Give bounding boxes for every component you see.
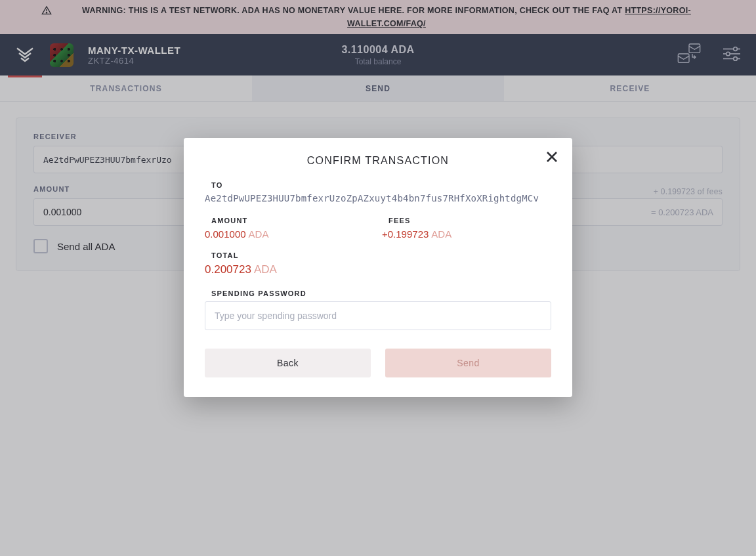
modal-amount-label: AMOUNT: [211, 217, 336, 225]
modal-fees-unit: ADA: [431, 228, 452, 240]
modal-overlay: CONFIRM TRANSACTION TO Ae2tdPwUPEZ3HUU7b…: [0, 0, 756, 556]
modal-amount-unit: ADA: [249, 228, 269, 240]
modal-to-label: TO: [211, 181, 551, 189]
modal-total-unit: ADA: [254, 263, 277, 276]
modal-title: CONFIRM TRANSACTION: [203, 155, 553, 167]
back-button[interactable]: Back: [205, 349, 371, 377]
modal-to-address: Ae2tdPwUPEZ3HUU7bmfexrUzoZpAZxuyt4b4bn7f…: [205, 193, 551, 203]
modal-fees-value: +0.199723ADA: [382, 228, 513, 240]
modal-fees-number: +0.199723: [382, 228, 429, 240]
modal-total-number: 0.200723: [205, 263, 251, 276]
modal-close-button[interactable]: [546, 150, 558, 167]
spending-password-input[interactable]: [205, 301, 551, 330]
confirm-transaction-modal: CONFIRM TRANSACTION TO Ae2tdPwUPEZ3HUU7b…: [184, 138, 572, 397]
modal-amount-number: 0.001000: [205, 228, 246, 240]
modal-total-value: 0.200723ADA: [205, 263, 551, 276]
modal-total-label: TOTAL: [211, 251, 551, 259]
close-icon: [546, 150, 558, 166]
spending-password-label: SPENDING PASSWORD: [211, 289, 551, 297]
send-button[interactable]: Send: [385, 349, 551, 377]
modal-amount-value: 0.001000ADA: [205, 228, 336, 240]
modal-fees-label: FEES: [388, 217, 513, 225]
